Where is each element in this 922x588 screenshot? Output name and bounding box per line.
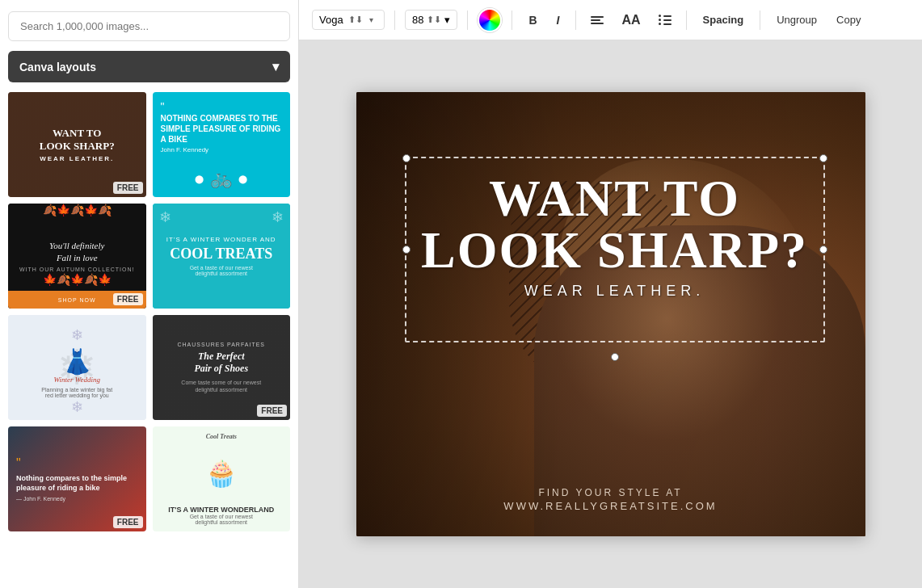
template-card[interactable]: " Nothing compares to the simple pleasur… (8, 426, 146, 531)
font-size-value: 88 (412, 14, 423, 26)
divider (686, 10, 687, 30)
divider (394, 10, 395, 30)
canvas-bottom-line1: FIND YOUR STYLE AT (356, 487, 865, 498)
bike-icon: 🚲 (210, 168, 232, 189)
font-size-selector[interactable]: 88 ⬆⬇ ▾ (405, 10, 457, 30)
template-card[interactable]: " NOTHING COMPARES TO THE SIMPLE PLEASUR… (153, 92, 291, 197)
font-size-arrows: ⬆⬇ (427, 15, 441, 25)
font-name: Voga (319, 14, 343, 26)
right-panel: Voga ⬆⬇ ▾ 88 ⬆⬇ ▾ B I AA (299, 0, 922, 588)
template-subtitle: It's A Winter Wonder and (166, 236, 276, 243)
spacing-button[interactable]: Spacing (697, 10, 751, 29)
template-desc: Get a taste of our newestdelightful asso… (190, 265, 253, 276)
template-author: John F. Kennedy (161, 146, 283, 153)
align-button[interactable] (586, 11, 608, 29)
template-label: CHAUSSURES PARFAITES (177, 342, 265, 347)
divider (467, 10, 468, 30)
template-card[interactable]: 🍂🍁🍂🍁🍂 You'll definitelyFall in love WITH… (8, 204, 146, 309)
layout-selector[interactable]: Canva layouts ▾ (8, 51, 290, 82)
canvas[interactable]: WANT TO LOOK SHARP? WEAR LEATHER. FIND Y… (356, 92, 865, 536)
canvas-headline-line2: LOOK SHARP? (413, 225, 817, 276)
template-heading: You'll definitelyFall in love (19, 240, 135, 263)
template-heading: WANT TOLOOK SHARP? (40, 127, 115, 152)
font-selector[interactable]: Voga ⬆⬇ ▾ (312, 10, 385, 30)
template-card[interactable]: ❄ ❄ It's A Winter Wonder and COOL TREATS… (153, 204, 291, 309)
canvas-overlay (356, 92, 865, 536)
snowflake-icon: ❄ (159, 208, 171, 226)
divider (575, 10, 576, 30)
chevron-down-icon: ▾ (444, 14, 450, 26)
italic-button[interactable]: I (550, 10, 566, 30)
quote-icon: " (161, 100, 283, 113)
template-subtext: WITH OUR AUTUMN COLLECTION! (19, 267, 135, 272)
chevron-down-icon: ▾ (272, 59, 279, 74)
layout-selector-label: Canva layouts (19, 61, 96, 74)
snowflake-left: ❄ (71, 326, 83, 344)
canvas-main-text[interactable]: WANT TO LOOK SHARP? WEAR LEATHER. (413, 173, 817, 300)
template-desc: Get a taste of our newestdelightful asso… (168, 514, 274, 525)
divider (760, 10, 760, 30)
text-size-button[interactable]: AA (615, 10, 646, 31)
template-heading: The PerfectPair of Shoes (194, 351, 248, 376)
snowflake-icon: ❄ (272, 208, 284, 226)
free-badge: FREE (257, 405, 287, 417)
leaf-decoration-bottom: 🍁🍂🍁🍂🍁 (8, 273, 146, 286)
free-badge: FREE (113, 516, 143, 528)
free-badge: FREE (113, 182, 143, 194)
search-input[interactable] (8, 11, 290, 41)
template-desc: Come taste some of our newestdelightful … (181, 379, 261, 393)
chevron-down-icon: ▾ (369, 15, 373, 24)
free-badge: FREE (113, 293, 143, 305)
snowflake-right: ❄ (71, 398, 83, 416)
template-heading: COOL TREATS (170, 246, 272, 262)
divider (512, 10, 512, 30)
leaf-decoration-top: 🍂🍁🍂🍁🍂 (8, 204, 146, 216)
template-heading: NOTHING COMPARES TO THE SIMPLE PLEASURE … (161, 113, 283, 145)
template-card[interactable]: CHAUSSURES PARFAITES The PerfectPair of … (153, 315, 291, 420)
canvas-subtitle: WEAR LEATHER. (413, 283, 817, 300)
cupcake-icon: 🧁 (205, 458, 238, 489)
template-author: — John F. Kennedy (16, 496, 65, 502)
canvas-background (356, 92, 865, 536)
template-subtext: WEAR LEATHER. (40, 155, 114, 162)
canvas-website: WWW.REALLYGREATSITE.COM (356, 500, 865, 512)
template-subtitle: IT'S A WINTER WONDERLAND (168, 506, 274, 514)
templates-grid: WANT TOLOOK SHARP? WEAR LEATHER. FREE " … (8, 92, 290, 531)
template-card[interactable]: Cool Treats 🧁 IT'S A WINTER WONDERLAND G… (153, 426, 291, 531)
canvas-area: WANT TO LOOK SHARP? WEAR LEATHER. FIND Y… (299, 40, 922, 588)
bold-button[interactable]: B (522, 10, 543, 30)
font-selector-arrows: ⬆⬇ (348, 15, 363, 25)
template-heading: Nothing compares to the simple pleasure … (16, 474, 138, 493)
quote-icon: " (16, 456, 21, 471)
canvas-bottom-text: FIND YOUR STYLE AT WWW.REALLYGREATSITE.C… (356, 487, 865, 512)
template-card[interactable]: ❄ ❄ 👗 Winter Wedding Planning a late win… (8, 315, 146, 420)
canvas-headline-line1: WANT TO (413, 173, 817, 225)
list-button[interactable] (654, 10, 676, 30)
ungroup-button[interactable]: Ungroup (770, 10, 823, 29)
left-panel: Canva layouts ▾ WANT TOLOOK SHARP? WEAR … (0, 0, 299, 588)
copy-button[interactable]: Copy (830, 10, 867, 29)
toolbar: Voga ⬆⬇ ▾ 88 ⬆⬇ ▾ B I AA (299, 0, 922, 40)
color-picker[interactable] (478, 8, 502, 32)
template-card[interactable]: WANT TOLOOK SHARP? WEAR LEATHER. FREE (8, 92, 146, 197)
template-heading: Cool Treats (206, 433, 237, 440)
